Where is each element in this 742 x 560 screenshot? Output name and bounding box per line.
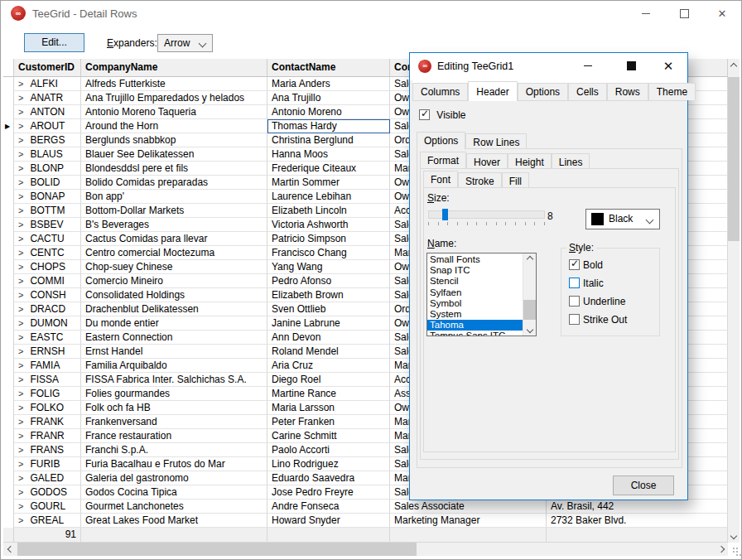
scroll-left-button[interactable] xyxy=(3,543,17,556)
resize-grip-icon[interactable] xyxy=(733,548,735,549)
grid-cell-company[interactable]: Drachenblut Delikatessen xyxy=(81,302,267,316)
grid-cell-company[interactable]: Familia Arquibaldo xyxy=(81,359,267,373)
grid-cell-company[interactable]: Alfreds Futterkiste xyxy=(81,77,267,91)
grid-cell-company[interactable]: Furia Bacalhau e Frutos do Mar xyxy=(81,457,267,471)
style-option-bold[interactable]: ✓Bold xyxy=(569,259,603,271)
tab-cells[interactable]: Cells xyxy=(568,83,607,100)
grid-cell-company[interactable]: Folk och fa HB xyxy=(81,401,267,415)
grid-cell-id[interactable]: >ANTON xyxy=(14,105,81,119)
font-name-item[interactable]: Symbol xyxy=(427,298,523,309)
underline-checkbox[interactable] xyxy=(569,296,580,307)
grid-cell-id[interactable]: >CACTU xyxy=(14,232,81,246)
expander-icon[interactable]: > xyxy=(18,403,23,413)
grid-cell-company[interactable]: B's Beverages xyxy=(81,218,267,232)
grid-cell-contact[interactable]: Pedro Afonso xyxy=(267,274,390,288)
grid-cell-company[interactable]: Consolidated Holdings xyxy=(81,288,267,302)
expanders-select[interactable]: Arrow xyxy=(157,34,213,52)
grid-cell-id[interactable]: >CENTC xyxy=(14,246,81,260)
dialog-close-button[interactable]: ✕ xyxy=(654,55,682,76)
italic-checkbox[interactable] xyxy=(569,278,580,288)
expander-icon[interactable]: > xyxy=(18,501,23,511)
grid-cell-title[interactable]: Marketing Manager xyxy=(390,514,547,528)
grid-cell-id[interactable]: >FISSA xyxy=(14,373,81,387)
font-color-select[interactable]: Black xyxy=(585,209,660,229)
grid-cell-contact[interactable]: Patricio Simpson xyxy=(267,232,390,246)
grid-cell-id[interactable]: >BLONP xyxy=(14,162,81,176)
grid-cell-id[interactable]: >ANATR xyxy=(14,91,81,105)
grid-cell-company[interactable]: FISSA Fabrica Inter. Salchichas S.A. xyxy=(81,373,267,387)
expander-icon[interactable]: > xyxy=(18,389,23,398)
grid-cell-contact[interactable]: Elizabeth Lincoln xyxy=(267,204,390,218)
grid-cell-contact[interactable]: Lino Rodriguez xyxy=(267,457,390,471)
grid-cell-contact[interactable]: Ana Trujillo xyxy=(267,91,390,105)
horizontal-scrollbar[interactable] xyxy=(3,543,728,556)
font-name-item[interactable]: Small Fonts xyxy=(427,254,523,265)
grid-cell-id[interactable]: >FURIB xyxy=(14,457,81,471)
column-header-customerid[interactable]: CustomerID xyxy=(14,59,81,77)
expander-icon[interactable]: > xyxy=(18,107,23,117)
tab-columns[interactable]: Columns xyxy=(412,83,468,100)
tab-header[interactable]: Header xyxy=(468,81,517,101)
expander-icon[interactable]: > xyxy=(18,346,23,356)
expander-icon[interactable]: > xyxy=(18,318,23,328)
vertical-scroll-thumb[interactable] xyxy=(728,77,740,241)
grid-cell-contact[interactable]: Yang Wang xyxy=(267,260,390,274)
tab-options[interactable]: Options xyxy=(518,83,568,100)
grid-cell-contact[interactable]: Thomas Hardy xyxy=(267,119,390,133)
grid-cell-id[interactable]: >GREAL xyxy=(14,514,81,528)
expander-icon[interactable]: > xyxy=(18,304,23,314)
column-header-companyname[interactable]: CompanyName xyxy=(81,59,267,77)
font-name-item[interactable]: Stencil xyxy=(427,276,523,287)
grid-cell-contact[interactable]: Diego Roel xyxy=(267,373,390,387)
style-option-strike-out[interactable]: Strike Out xyxy=(569,314,627,326)
grid-cell-company[interactable]: Gourmet Lanchonetes xyxy=(81,500,267,514)
grid-cell-address[interactable]: Av. Brasil, 442 xyxy=(547,500,728,514)
grid-cell-contact[interactable]: Maria Anders xyxy=(267,77,390,91)
style-option-underline[interactable]: Underline xyxy=(569,296,625,307)
grid-cell-company[interactable]: Franchi S.p.A. xyxy=(81,443,267,457)
grid-cell-company[interactable]: Berglunds snabbkop xyxy=(81,133,267,147)
grid-cell-company[interactable]: Ernst Handel xyxy=(81,345,267,359)
grid-cell-company[interactable]: Bolido Comidas preparadas xyxy=(81,176,267,190)
subtab-hover[interactable]: Hover xyxy=(466,153,508,169)
scroll-up-button[interactable] xyxy=(728,59,740,73)
subtab-options[interactable]: Options xyxy=(417,132,465,150)
subtab-height[interactable]: Height xyxy=(508,153,552,169)
grid-cell-company[interactable]: Comercio Mineiro xyxy=(81,274,267,288)
grid-cell-company[interactable]: Centro comercial Moctezuma xyxy=(81,246,267,260)
grid-cell-contact[interactable]: Antonio Moreno xyxy=(267,105,390,119)
expander-icon[interactable]: > xyxy=(18,220,23,229)
font-name-listbox[interactable]: Small FontsSnap ITCStencilSylfaenSymbolS… xyxy=(426,253,537,336)
expander-icon[interactable]: > xyxy=(18,149,23,159)
expander-icon[interactable]: > xyxy=(18,205,23,215)
expander-icon[interactable]: > xyxy=(18,473,23,483)
expander-icon[interactable]: > xyxy=(18,290,23,300)
dialog-close-action-button[interactable]: Close xyxy=(613,476,674,495)
expander-icon[interactable]: > xyxy=(18,191,23,201)
subtab-lines[interactable]: Lines xyxy=(552,153,590,169)
grid-cell-company[interactable]: Chop-suey Chinese xyxy=(81,260,267,274)
vertical-scrollbar[interactable] xyxy=(728,59,740,543)
visible-checkbox-row[interactable]: ✓ Visible xyxy=(419,109,465,121)
grid-cell-company[interactable]: Blauer See Delikatessen xyxy=(81,147,267,162)
grid-cell-id[interactable]: >FRANR xyxy=(14,429,81,443)
grid-cell-id[interactable]: >FOLKO xyxy=(14,401,81,415)
strike-out-checkbox[interactable] xyxy=(569,314,580,325)
grid-cell-contact[interactable]: Aria Cruz xyxy=(267,359,390,373)
grid-cell-company[interactable]: Eastern Connection xyxy=(81,331,267,345)
grid-cell-address[interactable]: 2732 Baker Blvd. xyxy=(547,514,728,528)
grid-cell-company[interactable]: Bottom-Dollar Markets xyxy=(81,204,267,218)
expander-icon[interactable]: > xyxy=(18,276,23,286)
horizontal-scroll-thumb[interactable] xyxy=(17,543,417,556)
grid-cell-id[interactable]: >DUMON xyxy=(14,316,81,331)
expander-icon[interactable]: > xyxy=(18,417,23,427)
expander-icon[interactable]: > xyxy=(18,459,23,469)
grid-cell-contact[interactable]: Martine Rance xyxy=(267,387,390,401)
font-name-item[interactable]: Tahoma xyxy=(427,320,523,331)
grid-cell-id[interactable]: >COMMI xyxy=(14,274,81,288)
scroll-down-button[interactable] xyxy=(523,324,536,336)
grid-cell-contact[interactable]: Eduardo Saavedra xyxy=(267,471,390,485)
grid-cell-company[interactable]: Cactus Comidas para llevar xyxy=(81,232,267,246)
grid-cell-company[interactable]: France restauration xyxy=(81,429,267,443)
listbox-scrollbar[interactable] xyxy=(523,253,536,336)
